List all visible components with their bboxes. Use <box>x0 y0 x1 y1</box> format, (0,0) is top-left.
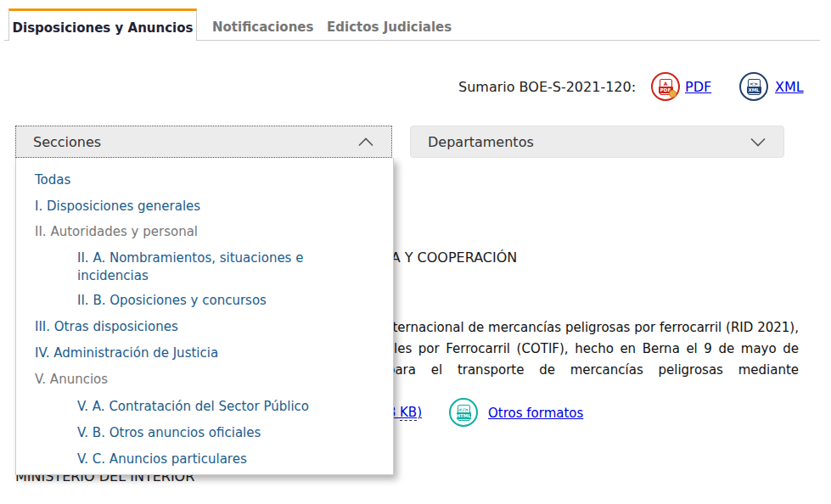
xml-doc-badge: XML <box>747 87 761 93</box>
secciones-dropdown[interactable]: Secciones <box>15 126 392 158</box>
tab-notificaciones[interactable]: Notificaciones <box>212 20 313 35</box>
secciones-dropdown-panel: Todas I. Disposiciones generales II. Aut… <box>15 158 394 475</box>
pdf-doc-letter: A <box>660 81 671 87</box>
sumario-label: Sumario BOE-S-2021-120: <box>458 79 636 95</box>
pdf-seal-icon <box>669 90 677 98</box>
tab-edictos-judiciales[interactable]: Edictos Judiciales <box>327 20 452 35</box>
menu-item-otros-anuncios-oficiales[interactable]: V. B. Otros anuncios oficiales <box>77 424 261 442</box>
xml-file-icon[interactable]: <> XML <box>739 72 768 101</box>
otros-formatos-icon[interactable]: </> HTML <box>449 398 478 427</box>
menu-item-oposiciones-concursos[interactable]: II. B. Oposiciones y concursos <box>77 292 267 310</box>
pdf-doc-glyph: A PDF <box>660 79 672 95</box>
menu-item-otras-disposiciones[interactable]: III. Otras disposiciones <box>35 318 178 336</box>
otros-formatos-link[interactable]: Otros formatos <box>488 406 583 421</box>
tab-label: Disposiciones y Anuncios <box>13 20 194 36</box>
menu-item-todas[interactable]: Todas <box>35 171 70 189</box>
menu-item-contratacion-sector-publico[interactable]: V. A. Contratación del Sector Público <box>77 398 309 416</box>
departamentos-dropdown[interactable]: Departamentos <box>410 126 784 158</box>
tab-disposiciones-y-anuncios[interactable]: Disposiciones y Anuncios <box>8 8 197 41</box>
chevron-down-icon <box>750 137 766 147</box>
xml-doc-letter: <> <box>749 81 760 87</box>
sumario-xml-link[interactable]: XML <box>775 79 804 95</box>
xml-doc-glyph: <> XML <box>748 79 761 95</box>
html-doc-badge: HTML <box>457 412 471 419</box>
menu-group-anuncios: V. Anuncios <box>35 371 108 389</box>
sumario-pdf-link[interactable]: PDF <box>685 79 711 95</box>
html-doc-glyph: </> HTML <box>458 405 470 421</box>
menu-item-administracion-justicia[interactable]: IV. Administración de Justicia <box>35 344 218 362</box>
departamentos-dropdown-label: Departamentos <box>428 134 534 150</box>
html-doc-letter: </> <box>458 406 469 412</box>
kb-abbr: KB <box>400 405 417 421</box>
secciones-dropdown-label: Secciones <box>33 134 101 150</box>
menu-item-anuncios-particulares[interactable]: V. C. Anuncios particulares <box>77 451 247 468</box>
pdf-download-text-suffix: ) <box>417 405 422 420</box>
menu-item-nombramientos[interactable]: II. A. Nombramientos, situaciones e inci… <box>77 249 336 285</box>
menu-item-disposiciones-generales[interactable]: I. Disposiciones generales <box>35 198 200 216</box>
pdf-file-icon[interactable]: A PDF <box>651 72 680 101</box>
menu-group-autoridades-personal: II. Autoridades y personal <box>35 223 198 241</box>
chevron-up-icon <box>357 137 374 147</box>
